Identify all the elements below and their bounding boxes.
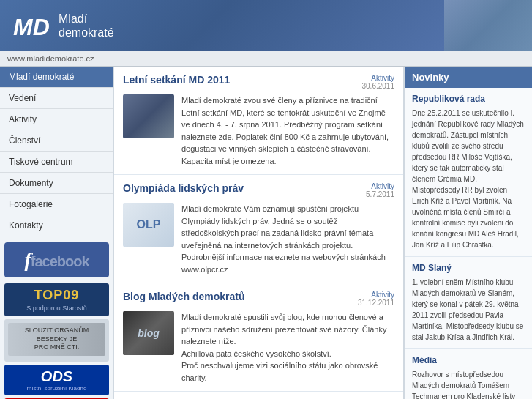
article-text: Mladí demokraté zvou své členy a přízniv… bbox=[181, 94, 394, 167]
article-header: Olympiáda lidských práv Aktivity 5.7.201… bbox=[123, 182, 394, 198]
support-widget: SLOUŽIT ORGÁNŮM BESEDKY JE PRO MNĚ CTI. bbox=[4, 319, 109, 362]
article-body: Mladí demokraté zvou své členy a přízniv… bbox=[123, 94, 394, 167]
support-line2: BESEDKY JE bbox=[25, 335, 89, 344]
media-text-before: Rozhovor s místopředsedou Mladých demokr… bbox=[412, 370, 515, 399]
sidebar-item-mladi-demokrate[interactable]: Mladí demokraté bbox=[0, 67, 113, 88]
ods-subtitle: místní sdružení Kladno bbox=[8, 385, 105, 392]
sidebar-item-clenstvi[interactable]: Členství bbox=[0, 130, 113, 152]
blog-logo: blog bbox=[138, 327, 160, 339]
article-text: Mladí demokraté Vám oznamují spuštění pr… bbox=[181, 203, 394, 275]
article-body: blog Mladí demokraté spustili svůj blog,… bbox=[123, 311, 394, 384]
article-blog: Blog Mladých demokratů Aktivity 31.12.20… bbox=[114, 283, 403, 392]
article-category: Aktivity bbox=[366, 182, 394, 190]
article-header: Blog Mladých demokratů Aktivity 31.12.20… bbox=[123, 291, 394, 307]
sidebar-item-fotogalerie[interactable]: Fotogalerie bbox=[0, 194, 113, 215]
news-section-text: Rozhovor s místopředsedou Mladých demokr… bbox=[412, 369, 525, 399]
nav-menu: Mladí demokraté Vedení Aktivity Členství… bbox=[0, 67, 113, 236]
facebook-logo: ffacebook bbox=[10, 248, 103, 272]
article-meta: Aktivity 30.6.2011 bbox=[362, 74, 395, 90]
top09-subtitle: S podporou Starostů bbox=[9, 305, 105, 312]
article-thumbnail bbox=[123, 94, 174, 138]
news-section-md-slany: MD Slaný 1. volební sněm Místního klubu … bbox=[405, 257, 532, 349]
article-meta: Aktivity 5.7.2011 bbox=[366, 182, 394, 198]
article-thumbnail: OLP bbox=[123, 203, 174, 247]
header-image-bg bbox=[444, 0, 532, 51]
news-section-republikova-rada: Republiková rada Dne 25.2.2011 se uskute… bbox=[405, 88, 532, 257]
article-meta: Aktivity 31.12.2011 bbox=[358, 291, 394, 307]
olp-logo: OLP bbox=[137, 218, 161, 231]
article-title[interactable]: Letní setkání MD 2011 bbox=[123, 74, 362, 86]
article-date: 31.12.2011 bbox=[358, 299, 394, 307]
support-line1: SLOUŽIT ORGÁNŮM bbox=[25, 327, 89, 335]
svg-text:MD: MD bbox=[13, 14, 50, 40]
main-content: Letní setkání MD 2011 Aktivity 30.6.2011… bbox=[113, 67, 404, 399]
article-header: Letní setkání MD 2011 Aktivity 30.6.2011 bbox=[123, 74, 394, 90]
sidebar-item-aktivity[interactable]: Aktivity bbox=[0, 109, 113, 130]
thumbnail-blog: blog bbox=[123, 311, 174, 355]
logo-text: Mladí demokraté bbox=[59, 12, 114, 40]
ods-logo: ODS bbox=[8, 368, 105, 385]
top09-logo: TOP09 bbox=[9, 288, 105, 303]
sidebar-item-kontakty[interactable]: Kontakty bbox=[0, 215, 113, 236]
news-section-title[interactable]: Republiková rada bbox=[412, 94, 525, 104]
article-title[interactable]: Olympiáda lidských práv bbox=[123, 182, 366, 194]
sidebar-item-vedeni[interactable]: Vedení bbox=[0, 88, 113, 109]
article-category: Aktivity bbox=[362, 74, 395, 82]
sidebar-item-tiskove-centrum[interactable]: Tiskové centrum bbox=[0, 152, 113, 173]
logo-md: MD bbox=[11, 10, 51, 42]
article-body: OLP Mladí demokraté Vám oznamují spuštěn… bbox=[123, 203, 394, 275]
ods-widget[interactable]: ODS místní sdružení Kladno bbox=[4, 365, 109, 395]
news-section-title[interactable]: MD Slaný bbox=[412, 263, 525, 273]
facebook-icon-f: f bbox=[24, 248, 30, 271]
url-bar: www.mladidemokrate.cz bbox=[0, 51, 532, 67]
article-date: 5.7.2011 bbox=[366, 190, 394, 198]
site-header: MD Mladí demokraté bbox=[0, 0, 532, 51]
facebook-text: facebook bbox=[31, 253, 89, 269]
logo-line2: demokraté bbox=[59, 26, 114, 40]
news-section-text: 1. volební sněm Místního klubu Mladých d… bbox=[412, 277, 525, 343]
news-section-media: Média Rozhovor s místopředsedou Mladých … bbox=[405, 349, 532, 399]
support-banner: SLOUŽIT ORGÁNŮM BESEDKY JE PRO MNĚ CTI. bbox=[8, 323, 105, 356]
article-category: Aktivity bbox=[358, 291, 394, 299]
article-date: 30.6.2011 bbox=[362, 82, 395, 90]
article-title[interactable]: Blog Mladých demokratů bbox=[123, 291, 358, 302]
thumbnail-image bbox=[123, 94, 174, 138]
thumbnail-olp: OLP bbox=[123, 203, 174, 247]
article-text: Mladí demokraté spustili svůj blog, kde … bbox=[181, 311, 394, 384]
url-text: www.mladidemokrate.cz bbox=[7, 54, 94, 63]
top09-widget[interactable]: TOP09 S podporou Starostů bbox=[4, 283, 109, 316]
article-thumbnail: blog bbox=[123, 311, 174, 355]
news-section-text: Dne 25.2.2011 se uskutečnilo I. jednání … bbox=[412, 108, 525, 250]
news-sidebar: Novinky Republiková rada Dne 25.2.2011 s… bbox=[404, 67, 532, 399]
facebook-widget[interactable]: ffacebook bbox=[4, 242, 109, 277]
support-banner-text: SLOUŽIT ORGÁNŮM BESEDKY JE PRO MNĚ CTI. bbox=[25, 327, 89, 352]
header-image bbox=[444, 0, 532, 51]
sidebar-item-dokumenty[interactable]: Dokumenty bbox=[0, 173, 113, 194]
support-line3: PRO MNĚ CTI. bbox=[25, 343, 89, 352]
news-header: Novinky bbox=[405, 67, 532, 88]
article-olympiada: Olympiáda lidských práv Aktivity 5.7.201… bbox=[114, 175, 403, 283]
main-layout: Mladí demokraté Vedení Aktivity Členství… bbox=[0, 67, 532, 399]
sidebar: Mladí demokraté Vedení Aktivity Členství… bbox=[0, 67, 113, 399]
article-letni-setkani: Letní setkání MD 2011 Aktivity 30.6.2011… bbox=[114, 67, 403, 175]
news-section-title[interactable]: Média bbox=[412, 355, 525, 365]
logo-line1: Mladí bbox=[59, 12, 114, 26]
